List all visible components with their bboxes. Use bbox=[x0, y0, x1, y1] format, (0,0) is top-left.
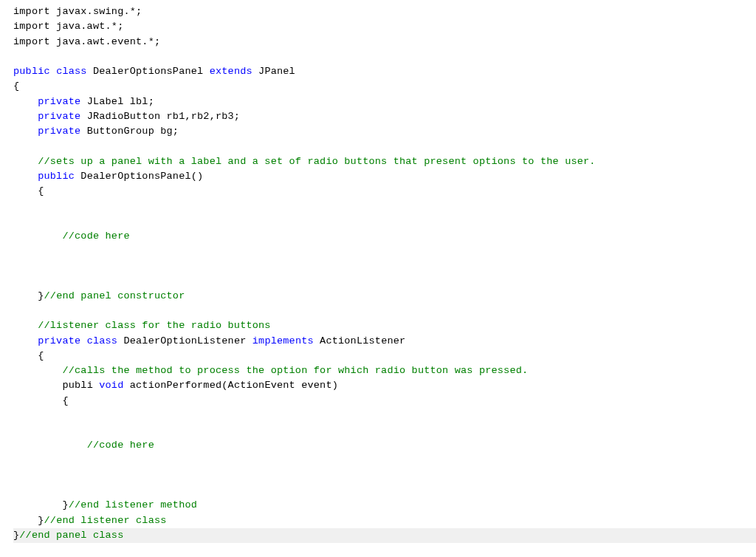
code-line: { bbox=[13, 395, 69, 406]
code-line: //sets up a panel with a label and a set… bbox=[13, 156, 596, 167]
code-line: import javax.swing.*; bbox=[13, 6, 142, 17]
code-line: { bbox=[13, 350, 44, 361]
code-line: }//end listener method bbox=[13, 499, 197, 510]
code-line: private class DealerOptionListener imple… bbox=[13, 335, 405, 346]
code-line: //code here bbox=[13, 440, 154, 451]
code-line: { bbox=[13, 81, 19, 92]
code-line: //calls the method to process the option… bbox=[13, 365, 528, 376]
code-line: import java.awt.*; bbox=[13, 21, 123, 32]
code-line: { bbox=[13, 185, 44, 197]
code-line: import java.awt.event.*; bbox=[13, 36, 160, 47]
code-line: private ButtonGroup bg; bbox=[13, 126, 179, 137]
code-line: }//end panel class bbox=[13, 528, 756, 543]
code-line: }//end panel constructor bbox=[13, 290, 185, 301]
code-line: public DealerOptionsPanel() bbox=[13, 171, 203, 182]
code-block: import javax.swing.*; import java.awt.*;… bbox=[0, 0, 756, 547]
code-line: public class DealerOptionsPanel extends … bbox=[13, 66, 295, 77]
code-line: //listener class for the radio buttons bbox=[13, 320, 271, 331]
code-line: publi void actionPerformed(ActionEvent e… bbox=[13, 380, 338, 391]
code-line: private JRadioButton rb1,rb2,rb3; bbox=[13, 111, 240, 122]
code-line: //code here bbox=[13, 230, 130, 242]
code-line: }//end listener class bbox=[13, 515, 167, 526]
code-line: private JLabel lbl; bbox=[13, 96, 154, 107]
